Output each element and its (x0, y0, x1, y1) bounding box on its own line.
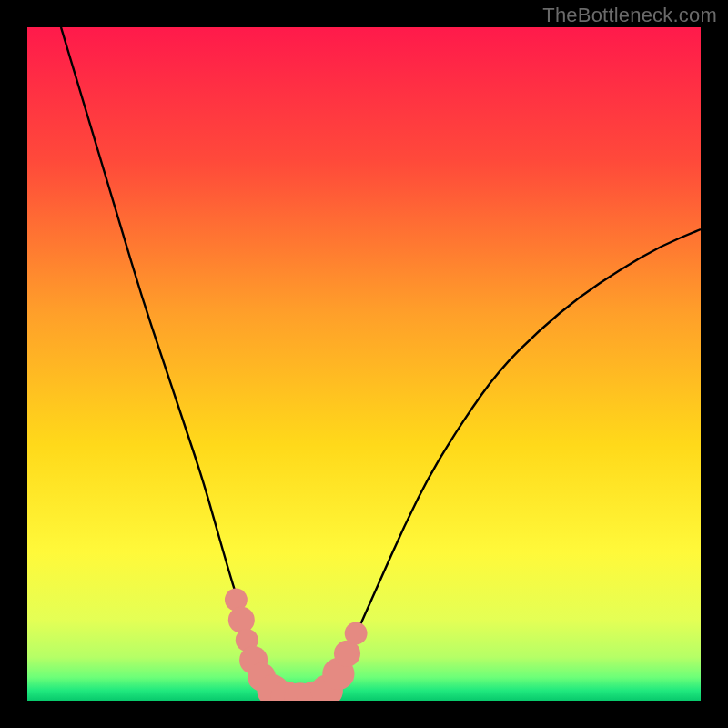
plot-area (27, 27, 701, 701)
highlight-dot (228, 607, 255, 633)
bottleneck-curve (61, 27, 701, 701)
highlight-dot (345, 622, 368, 645)
chart-frame: TheBottleneck.com (0, 0, 728, 728)
watermark-text: TheBottleneck.com (542, 4, 717, 27)
highlight-dots (225, 589, 368, 701)
chart-svg (27, 27, 701, 701)
